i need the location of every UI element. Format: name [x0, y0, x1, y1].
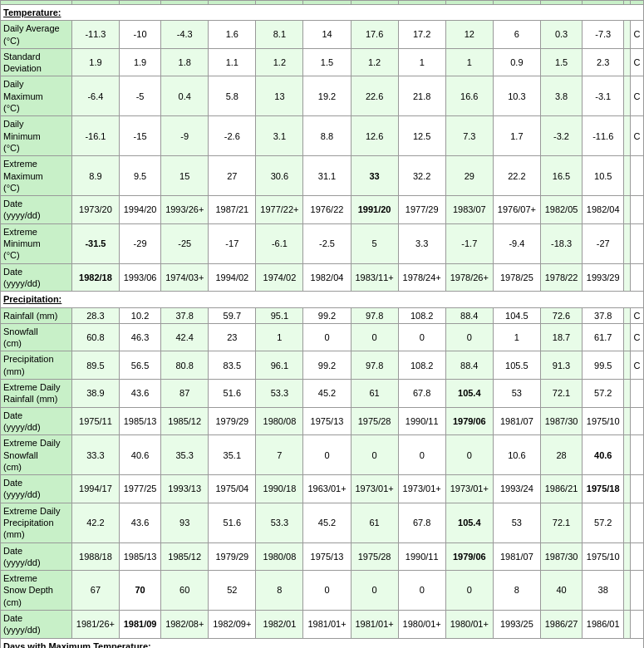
row-header: Daily Minimum (°C)	[1, 116, 72, 156]
data-cell: 37.8	[583, 307, 624, 323]
data-cell: 1986/21	[540, 475, 582, 503]
data-cell: 1982/08+	[161, 611, 209, 639]
data-cell: 29	[445, 156, 493, 196]
data-cell: 53.3	[256, 380, 303, 408]
data-cell: 99.5	[583, 351, 624, 380]
data-cell: 0	[351, 435, 398, 475]
data-cell	[630, 380, 643, 408]
data-cell: 1978/22	[540, 263, 582, 292]
data-cell: 1975/28	[351, 542, 398, 571]
data-cell	[630, 571, 643, 611]
data-cell: 27	[209, 156, 256, 196]
climate-table: Temperature:Daily Average (°C)-11.3-10-4…	[0, 0, 644, 648]
data-cell: 0	[398, 571, 445, 611]
data-cell: 1985/12	[161, 542, 209, 571]
data-cell: 0	[398, 435, 445, 475]
data-cell: 23	[209, 323, 256, 351]
data-cell: 1975/10	[583, 542, 624, 571]
data-cell: 1	[398, 48, 445, 76]
data-cell: -10	[119, 21, 160, 49]
data-cell: 1980/01+	[445, 611, 493, 639]
data-cell: 53	[493, 380, 540, 408]
data-cell: 1973/20	[71, 196, 119, 224]
table-row: Date (yyyy/dd)1975/111985/131985/121979/…	[1, 407, 644, 435]
data-cell: -25	[161, 223, 209, 263]
data-cell: -15	[119, 116, 160, 156]
data-cell: -3.1	[583, 76, 624, 116]
data-cell: 0	[351, 571, 398, 611]
data-cell: 19.2	[303, 76, 351, 116]
data-cell: 72.1	[540, 503, 582, 542]
data-cell: 1.8	[161, 48, 209, 76]
data-cell	[624, 223, 631, 263]
data-cell: 1982/04	[583, 196, 624, 224]
data-cell: 1975/11	[71, 407, 119, 435]
data-cell: 6	[493, 21, 540, 49]
data-cell: 1982/09+	[209, 611, 256, 639]
data-cell: 1985/12	[161, 407, 209, 435]
data-cell: 28.3	[71, 307, 119, 323]
data-cell: 1.9	[119, 48, 160, 76]
data-cell: 12	[445, 21, 493, 49]
data-cell: 1986/27	[540, 611, 582, 639]
data-cell: 42.2	[71, 503, 119, 542]
data-cell: 1975/10	[583, 407, 624, 435]
data-cell: 1979/06	[445, 542, 493, 571]
data-cell: 1980/08	[256, 542, 303, 571]
data-cell: 1987/30	[540, 542, 582, 571]
data-cell: 1993/24	[493, 475, 540, 503]
row-header: Date (yyyy/dd)	[1, 407, 72, 435]
data-cell: 108.2	[398, 351, 445, 380]
data-cell: 1981/09	[119, 611, 160, 639]
table-row: Daily Maximum (°C)-6.4-50.45.81319.222.6…	[1, 76, 644, 116]
data-cell: 18.7	[540, 323, 582, 351]
data-cell	[630, 475, 643, 503]
data-cell: 0.9	[493, 48, 540, 76]
data-cell: 0	[445, 435, 493, 475]
data-cell: 53	[493, 503, 540, 542]
data-cell: 8	[256, 571, 303, 611]
table-row: Extreme Daily Rainfall (mm)38.943.68751.…	[1, 380, 644, 408]
data-cell: C	[630, 351, 643, 380]
data-cell: -2.6	[209, 116, 256, 156]
data-cell: 10.6	[493, 435, 540, 475]
data-cell: 1985/13	[119, 407, 160, 435]
table-row: Extreme Maximum (°C)8.99.5152730.631.133…	[1, 156, 644, 196]
data-cell: 16.6	[445, 76, 493, 116]
data-cell: 60.8	[71, 323, 119, 351]
data-cell: 72.6	[540, 307, 582, 323]
row-header: Date (yyyy/dd)	[1, 611, 72, 639]
data-cell: 51.6	[209, 503, 256, 542]
data-cell: 1.9	[71, 48, 119, 76]
data-cell: 37.8	[161, 307, 209, 323]
data-cell: 1981/07	[493, 407, 540, 435]
data-cell: -7.3	[583, 21, 624, 49]
data-cell: -29	[119, 223, 160, 263]
data-cell: 1982/05	[540, 196, 582, 224]
table-row: Date (yyyy/dd)1988/181985/131985/121979/…	[1, 542, 644, 571]
row-header: Daily Maximum (°C)	[1, 76, 72, 116]
data-cell	[630, 435, 643, 475]
data-cell: 1980/01+	[398, 611, 445, 639]
data-cell: 0.4	[161, 76, 209, 116]
data-cell	[624, 196, 631, 224]
data-cell: -31.5	[71, 223, 119, 263]
data-cell: 0	[398, 323, 445, 351]
data-cell: 93	[161, 503, 209, 542]
data-cell: 1993/26+	[161, 196, 209, 224]
data-cell: -16.1	[71, 116, 119, 156]
data-cell: 35.3	[161, 435, 209, 475]
data-cell: 99.2	[303, 307, 351, 323]
data-cell	[630, 611, 643, 639]
table-row: Daily Minimum (°C)-16.1-15-9-2.63.18.812…	[1, 116, 644, 156]
data-cell: 1.5	[303, 48, 351, 76]
data-cell: 1.2	[256, 48, 303, 76]
data-cell: 1	[256, 323, 303, 351]
data-cell: 1973/01+	[351, 475, 398, 503]
data-cell	[624, 380, 631, 408]
data-cell: 1987/30	[540, 407, 582, 435]
data-cell: 1975/28	[351, 407, 398, 435]
data-cell: C	[630, 21, 643, 49]
data-cell: 99.2	[303, 351, 351, 380]
data-cell: 31.1	[303, 156, 351, 196]
